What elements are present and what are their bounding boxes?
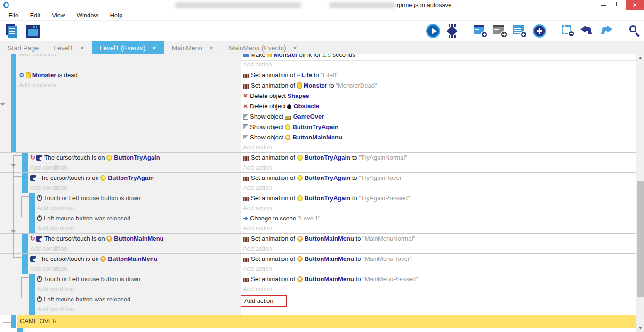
scroll-up-icon[interactable] [638,57,642,59]
menu-help[interactable]: Help [105,10,127,20]
action-line[interactable]: Show object ButtonMainMenu [243,132,636,143]
condition-line[interactable]: Touch or Left mouse button is down [37,274,241,284]
event-row-mouse-released-tryagain: Left mouse button was released Add condi… [0,213,636,234]
tab-level1[interactable]: Level1 ✕ [46,41,92,54]
menu-window[interactable]: Window [72,10,103,20]
tab-close-icon[interactable]: ✕ [152,45,157,51]
add-other-event-icon[interactable] [533,24,546,38]
animation-icon [243,197,249,201]
cursor-icon [30,175,36,181]
add-condition-placeholder[interactable]: Add condition [30,264,241,274]
tabbar: Start Page Level1 ✕ Level1 (Events) ✕ Ma… [0,41,644,54]
tab-mainmenu-events[interactable]: MainMenu (Events) ✕ [221,41,305,54]
comment-row[interactable]: GAME OVER [0,315,636,328]
restore-button[interactable] [611,0,623,10]
menu-view[interactable]: View [47,10,70,20]
scrollbar-thumb[interactable] [637,181,644,297]
tab-close-icon[interactable]: ✕ [209,45,214,51]
add-condition-placeholder[interactable]: Add condition [37,305,241,314]
tab-close-icon[interactable]: ✕ [293,45,298,51]
condition-line[interactable]: The cursor/touch is on ButtonMainMenu [30,254,241,264]
button-tryagain-icon [106,155,112,161]
add-event-icon[interactable] [474,24,488,38]
add-action-placeholder[interactable]: Add action [243,224,636,233]
action-line[interactable]: Show object ButtonTryAgain [243,122,636,132]
button-mainmenu-icon [297,256,303,262]
add-condition-placeholder[interactable]: Add condition [37,203,241,213]
animation-icon [243,237,249,242]
mouse-icon [37,296,42,302]
menu-edit[interactable]: Edit [25,10,45,20]
animation-icon [243,84,249,89]
add-action-placeholder[interactable]: Add action [243,264,636,274]
button-tryagain-icon [297,195,303,201]
action-line[interactable]: Set animation of ButtonMainMenu to "Main… [243,274,636,284]
action-line[interactable]: ➔Change to scene "Level1" [243,213,636,224]
condition-line[interactable]: ↻The cursor/touch is on ButtonTryAgain [30,153,241,163]
obstacle-object-icon [287,104,291,109]
search-icon[interactable] [628,24,641,38]
add-action-placeholder[interactable]: Add action [243,203,636,213]
add-condition-placeholder[interactable]: Add condition [30,183,241,193]
action-line[interactable]: Show object GameOver [243,112,636,122]
condition-line[interactable]: Left mouse button was released [37,294,241,305]
delete-selection-icon[interactable] [562,25,575,37]
add-action-placeholder[interactable]: Add action [243,244,636,253]
debug-icon[interactable] [446,24,458,38]
life-object-icon: ••• [297,73,300,78]
add-action-placeholder[interactable]: Add action [243,143,636,152]
vertical-scrollbar[interactable] [636,54,644,332]
action-line[interactable]: Set animation of ButtonTryAgain to "TryA… [243,173,636,183]
add-condition-placeholder[interactable]: Add condition [37,284,241,294]
add-condition-placeholder[interactable]: Add condition [19,54,241,59]
condition-line[interactable]: The cursor/touch is on ButtonTryAgain [30,173,241,183]
add-action-placeholder[interactable]: Add action [243,60,636,69]
condition-line[interactable]: Left mouse button was released [37,213,241,224]
minimize-button[interactable] [598,0,610,10]
redo-icon[interactable] [599,25,612,37]
add-action-placeholder[interactable]: Add action [243,183,636,193]
add-comment-icon[interactable] [513,24,527,38]
condition-line[interactable]: ↻The cursor/touch is on ButtonMainMenu [30,234,241,244]
action-line[interactable]: ✕Delete object Shapes [243,91,636,101]
tab-close-icon[interactable]: ✕ [80,45,84,51]
button-mainmenu-icon [100,256,106,262]
app-logo-icon [3,2,9,8]
add-condition-placeholder[interactable]: Add condition [30,244,241,253]
highlighted-add-action[interactable]: Add action [241,295,287,307]
action-line[interactable]: Set animation of ButtonMainMenu to "Main… [243,254,636,264]
scroll-down-icon[interactable] [638,327,642,329]
action-line[interactable]: Set animation of ButtonTryAgain to "TryA… [243,193,636,203]
mouse-icon [37,215,42,221]
add-subevent-icon[interactable] [493,24,507,38]
action-line[interactable]: Set animation of •••Life to "Life0" [243,70,636,81]
tab-level1-events[interactable]: Level1 (Events) ✕ [92,41,164,54]
action-line[interactable]: Set animation of ButtonMainMenu to "Main… [243,234,636,244]
close-button[interactable]: ✕ [626,0,644,10]
add-action-placeholder[interactable]: Add action [243,284,636,294]
action-line[interactable]: Set animation of ButtonTryAgain to "TryA… [243,153,636,163]
animation-icon [243,278,249,282]
blink-icon [243,54,249,57]
tab-start-page[interactable]: Start Page [0,41,46,54]
action-line[interactable]: Set animation of Monster to "MonsterDead… [243,81,636,91]
add-action-placeholder[interactable]: Add action [243,163,636,172]
action-line[interactable]: Make Monster blink for 1.5 seconds [243,54,636,60]
add-condition-placeholder[interactable]: Add condition [19,81,241,90]
project-manager-icon[interactable] [5,24,19,38]
tab-mainmenu[interactable]: MainMenu ✕ [164,41,221,54]
menu-file[interactable]: File [4,10,23,20]
change-scene-icon: ➔ [243,215,248,222]
monster-object-icon [297,82,302,89]
window-title: game.json.autosave [397,1,451,8]
mouse-icon [37,195,42,201]
play-button[interactable] [426,24,440,38]
add-condition-placeholder[interactable]: Add condition [30,163,241,172]
add-condition-placeholder[interactable]: Add condition [37,224,241,233]
scene-window-icon[interactable] [26,25,40,38]
action-line[interactable]: ✕Delete object Obstacle [243,101,636,112]
event-row-cursor-tryagain-inverted: ↻The cursor/touch is on ButtonTryAgain A… [0,153,636,173]
condition-line[interactable]: Touch or Left mouse button is down [37,193,241,203]
undo-icon[interactable] [580,25,594,37]
condition-line[interactable]: ⚙Monster is dead [19,70,241,81]
